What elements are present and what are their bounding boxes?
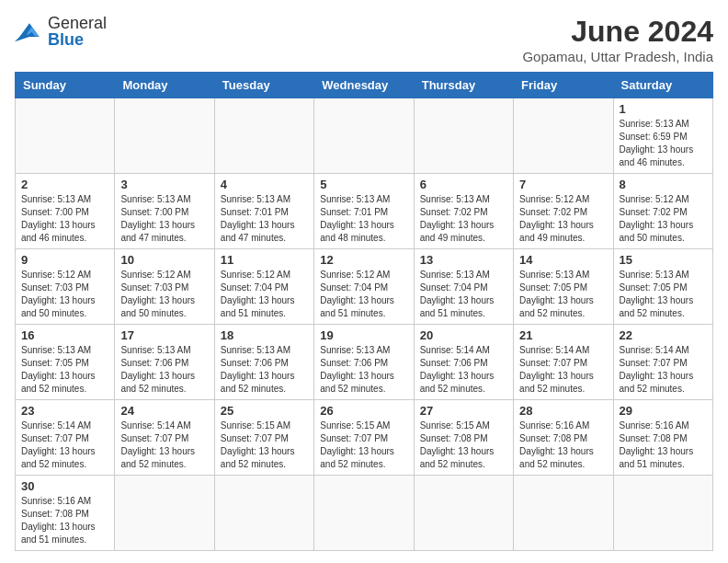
day-info: Sunrise: 5:12 AMSunset: 7:03 PMDaylight:… (21, 269, 108, 320)
calendar-cell (514, 98, 613, 174)
day-number: 20 (420, 328, 507, 342)
day-number: 9 (21, 253, 108, 267)
calendar-cell: 17Sunrise: 5:13 AMSunset: 7:06 PMDayligh… (115, 325, 214, 400)
calendar-cell: 26Sunrise: 5:15 AMSunset: 7:07 PMDayligh… (314, 400, 414, 476)
day-number: 3 (120, 178, 208, 191)
calendar-cell: 22Sunrise: 5:14 AMSunset: 7:07 PMDayligh… (613, 325, 712, 400)
day-info: Sunrise: 5:13 AMSunset: 7:00 PMDaylight:… (21, 193, 108, 245)
calendar-cell (16, 98, 115, 174)
calendar-cell: 11Sunrise: 5:12 AMSunset: 7:04 PMDayligh… (214, 249, 313, 325)
day-number: 2 (21, 178, 108, 191)
day-info: Sunrise: 5:14 AMSunset: 7:07 PMDaylight:… (519, 344, 607, 396)
week-row-3: 9Sunrise: 5:12 AMSunset: 7:03 PMDaylight… (16, 249, 713, 325)
day-info: Sunrise: 5:13 AMSunset: 7:05 PMDaylight:… (21, 344, 108, 396)
day-info: Sunrise: 5:13 AMSunset: 7:05 PMDaylight:… (620, 269, 707, 320)
calendar-cell: 19Sunrise: 5:13 AMSunset: 7:06 PMDayligh… (314, 325, 414, 400)
day-number: 17 (120, 328, 208, 342)
day-number: 27 (420, 404, 507, 418)
day-info: Sunrise: 5:16 AMSunset: 7:08 PMDaylight:… (620, 419, 707, 471)
day-info: Sunrise: 5:12 AMSunset: 7:03 PMDaylight:… (120, 269, 208, 320)
calendar-cell: 10Sunrise: 5:12 AMSunset: 7:03 PMDayligh… (115, 249, 214, 325)
calendar-cell: 7Sunrise: 5:12 AMSunset: 7:02 PMDaylight… (514, 174, 613, 249)
day-number: 10 (120, 253, 208, 267)
day-number: 28 (519, 404, 607, 418)
calendar-cell: 6Sunrise: 5:13 AMSunset: 7:02 PMDaylight… (414, 174, 513, 249)
day-info: Sunrise: 5:13 AMSunset: 7:01 PMDaylight:… (320, 193, 407, 245)
day-info: Sunrise: 5:14 AMSunset: 7:06 PMDaylight:… (420, 344, 507, 396)
weekday-header-tuesday: Tuesday (214, 73, 313, 98)
day-info: Sunrise: 5:13 AMSunset: 7:01 PMDaylight:… (221, 193, 308, 245)
day-info: Sunrise: 5:14 AMSunset: 7:07 PMDaylight:… (620, 344, 707, 396)
calendar-cell: 1Sunrise: 5:13 AMSunset: 6:59 PMDaylight… (613, 98, 712, 174)
day-info: Sunrise: 5:14 AMSunset: 7:07 PMDaylight:… (120, 419, 208, 471)
day-info: Sunrise: 5:12 AMSunset: 7:02 PMDaylight:… (620, 193, 707, 245)
calendar-cell: 8Sunrise: 5:12 AMSunset: 7:02 PMDaylight… (613, 174, 712, 249)
week-row-2: 2Sunrise: 5:13 AMSunset: 7:00 PMDaylight… (16, 174, 713, 249)
calendar-cell: 2Sunrise: 5:13 AMSunset: 7:00 PMDaylight… (16, 174, 115, 249)
calendar-cell: 3Sunrise: 5:13 AMSunset: 7:00 PMDaylight… (115, 174, 214, 249)
day-number: 23 (21, 404, 108, 418)
day-number: 18 (221, 328, 308, 342)
calendar-cell (214, 98, 313, 174)
calendar-cell (314, 476, 414, 551)
day-info: Sunrise: 5:14 AMSunset: 7:07 PMDaylight:… (21, 419, 108, 471)
weekday-header-thursday: Thursday (414, 73, 513, 98)
day-info: Sunrise: 5:13 AMSunset: 7:06 PMDaylight:… (221, 344, 308, 396)
day-number: 16 (21, 328, 108, 342)
day-number: 8 (620, 178, 707, 191)
logo-text: General Blue (48, 15, 107, 48)
calendar-cell: 16Sunrise: 5:13 AMSunset: 7:05 PMDayligh… (16, 325, 115, 400)
calendar-cell (214, 476, 313, 551)
title-section: June 2024 Gopamau, Uttar Pradesh, India (522, 15, 713, 64)
day-info: Sunrise: 5:16 AMSunset: 7:08 PMDaylight:… (21, 495, 108, 546)
location: Gopamau, Uttar Pradesh, India (522, 49, 713, 64)
calendar-cell: 29Sunrise: 5:16 AMSunset: 7:08 PMDayligh… (613, 400, 712, 476)
day-info: Sunrise: 5:15 AMSunset: 7:07 PMDaylight:… (221, 419, 308, 471)
weekday-header-wednesday: Wednesday (314, 73, 414, 98)
day-number: 13 (420, 253, 507, 267)
calendar-cell: 13Sunrise: 5:13 AMSunset: 7:04 PMDayligh… (414, 249, 513, 325)
day-number: 25 (221, 404, 308, 418)
day-info: Sunrise: 5:13 AMSunset: 6:59 PMDaylight:… (620, 118, 707, 169)
day-info: Sunrise: 5:13 AMSunset: 7:05 PMDaylight:… (519, 269, 607, 320)
calendar-cell (414, 476, 513, 551)
calendar-cell (314, 98, 414, 174)
day-number: 19 (320, 328, 407, 342)
calendar-cell (613, 476, 712, 551)
header: General Blue June 2024 Gopamau, Uttar Pr… (15, 15, 713, 64)
day-number: 29 (620, 404, 707, 418)
day-number: 12 (320, 253, 407, 267)
calendar-cell: 5Sunrise: 5:13 AMSunset: 7:01 PMDaylight… (314, 174, 414, 249)
calendar-cell: 27Sunrise: 5:15 AMSunset: 7:08 PMDayligh… (414, 400, 513, 476)
week-row-5: 23Sunrise: 5:14 AMSunset: 7:07 PMDayligh… (16, 400, 713, 476)
day-number: 7 (519, 178, 607, 191)
day-number: 30 (21, 479, 108, 493)
day-number: 14 (519, 253, 607, 267)
day-info: Sunrise: 5:13 AMSunset: 7:02 PMDaylight:… (420, 193, 507, 245)
calendar-cell: 20Sunrise: 5:14 AMSunset: 7:06 PMDayligh… (414, 325, 513, 400)
day-info: Sunrise: 5:15 AMSunset: 7:08 PMDaylight:… (420, 419, 507, 471)
day-number: 5 (320, 178, 407, 191)
calendar: SundayMondayTuesdayWednesdayThursdayFrid… (15, 72, 713, 551)
calendar-cell: 15Sunrise: 5:13 AMSunset: 7:05 PMDayligh… (613, 249, 712, 325)
week-row-1: 1Sunrise: 5:13 AMSunset: 6:59 PMDaylight… (16, 98, 713, 174)
day-info: Sunrise: 5:12 AMSunset: 7:02 PMDaylight:… (519, 193, 607, 245)
day-info: Sunrise: 5:13 AMSunset: 7:06 PMDaylight:… (120, 344, 208, 396)
day-info: Sunrise: 5:16 AMSunset: 7:08 PMDaylight:… (519, 419, 607, 471)
calendar-cell: 21Sunrise: 5:14 AMSunset: 7:07 PMDayligh… (514, 325, 613, 400)
calendar-cell: 30Sunrise: 5:16 AMSunset: 7:08 PMDayligh… (16, 476, 115, 551)
month-title: June 2024 (522, 15, 713, 49)
calendar-cell: 25Sunrise: 5:15 AMSunset: 7:07 PMDayligh… (214, 400, 313, 476)
day-number: 1 (620, 102, 707, 116)
calendar-cell: 12Sunrise: 5:12 AMSunset: 7:04 PMDayligh… (314, 249, 414, 325)
calendar-cell (414, 98, 513, 174)
calendar-cell (514, 476, 613, 551)
calendar-cell: 23Sunrise: 5:14 AMSunset: 7:07 PMDayligh… (16, 400, 115, 476)
day-number: 26 (320, 404, 407, 418)
day-info: Sunrise: 5:13 AMSunset: 7:06 PMDaylight:… (320, 344, 407, 396)
weekday-header-monday: Monday (115, 73, 214, 98)
day-info: Sunrise: 5:15 AMSunset: 7:07 PMDaylight:… (320, 419, 407, 471)
day-info: Sunrise: 5:13 AMSunset: 7:04 PMDaylight:… (420, 269, 507, 320)
day-info: Sunrise: 5:12 AMSunset: 7:04 PMDaylight:… (221, 269, 308, 320)
day-number: 24 (120, 404, 208, 418)
